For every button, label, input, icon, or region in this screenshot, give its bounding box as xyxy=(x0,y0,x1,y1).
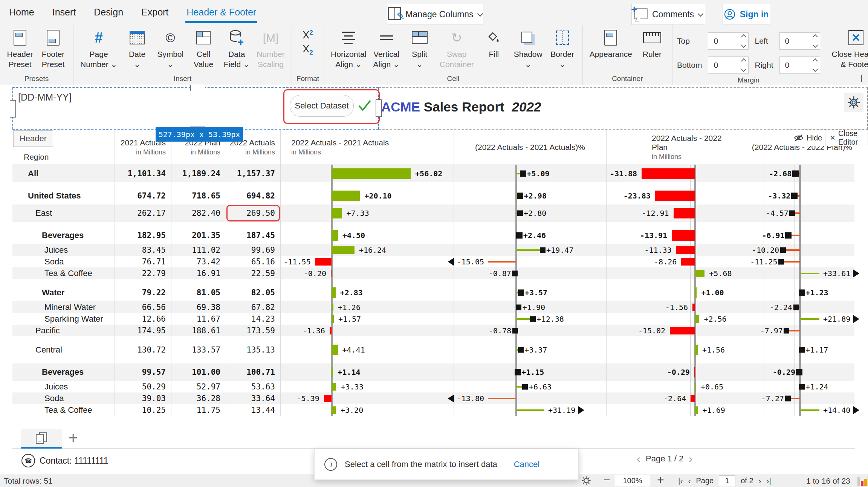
matrix-cell[interactable]: 262.17 xyxy=(115,205,171,222)
add-sheet-button[interactable]: + xyxy=(69,430,78,446)
matrix-cell[interactable] xyxy=(226,336,281,341)
prev-page-chevron[interactable]: ‹ xyxy=(637,453,640,464)
matrix-cell[interactable]: Soda xyxy=(12,392,115,404)
matrix-cell[interactable]: 67.82 xyxy=(226,301,281,313)
matrix-cell[interactable]: 14.23 xyxy=(226,313,281,325)
matrix-cell[interactable]: 79.22 xyxy=(115,284,171,301)
matrix-cell[interactable]: 674.72 xyxy=(115,187,171,205)
matrix-cell[interactable]: 282.40 xyxy=(171,205,226,222)
matrix-row-sparkling-water[interactable]: Sparkling Water12.6611.6714.23+1.57+12.3… xyxy=(12,313,854,325)
matrix-cell[interactable]: Pacific xyxy=(12,325,115,336)
margin-bottom-stepper[interactable]: 0 xyxy=(708,56,749,74)
matrix-cell[interactable] xyxy=(12,336,115,341)
matrix-cell[interactable]: 111.02 xyxy=(171,244,226,256)
page-number-button[interactable]: #PageNumber ⌄ xyxy=(78,27,119,70)
page-number-input[interactable]: 1 xyxy=(719,475,735,486)
matrix-cell[interactable]: Juices xyxy=(12,381,115,392)
matrix-cell[interactable] xyxy=(171,359,226,363)
matrix-row-central[interactable]: Central130.72133.57135.13+4.41+3.37+1.56… xyxy=(12,341,854,359)
matrix-cell[interactable]: 135.13 xyxy=(226,341,281,359)
matrix-cell[interactable] xyxy=(115,279,171,284)
footer-preset-button[interactable]: FooterPreset xyxy=(38,27,69,70)
matrix-cell[interactable]: 1,101.34 xyxy=(115,165,171,182)
cell-value-button[interactable]: CellValue xyxy=(188,27,219,70)
matrix-cell[interactable]: 11.75 xyxy=(171,404,226,416)
matrix-cell[interactable]: Water xyxy=(12,284,115,301)
matrix-cell[interactable]: 16.91 xyxy=(171,267,226,279)
matrix-row-beverages[interactable]: Beverages99.57101.00100.71+1.14+1.15-0.2… xyxy=(12,363,854,381)
matrix-cell[interactable]: 69.38 xyxy=(171,301,226,313)
matrix-cell[interactable] xyxy=(171,279,226,284)
subscript-button[interactable]: X2 xyxy=(303,44,313,56)
matrix-cell[interactable]: 12.66 xyxy=(115,313,171,325)
matrix-cell[interactable]: 1,157.37 xyxy=(226,165,281,182)
matrix-cell[interactable]: East xyxy=(12,205,115,222)
zoom-in-button[interactable]: + xyxy=(657,473,664,487)
matrix-cell[interactable]: 99.57 xyxy=(115,363,171,381)
ruler-button[interactable]: Ruler xyxy=(637,27,668,60)
matrix-cell[interactable]: 81.05 xyxy=(171,284,226,301)
matrix-cell[interactable] xyxy=(115,336,171,341)
matrix-cell[interactable]: 101.00 xyxy=(171,363,226,381)
matrix-cell[interactable]: Mineral Water xyxy=(12,301,115,313)
matrix-cell[interactable] xyxy=(171,336,226,341)
margin-top-stepper[interactable]: 0 xyxy=(708,32,749,50)
matrix-cell[interactable]: 33.64 xyxy=(226,392,281,404)
collapse-ribbon-button[interactable] xyxy=(861,75,862,82)
matrix-cell[interactable] xyxy=(171,182,226,187)
matrix-cell[interactable]: 133.57 xyxy=(171,341,226,359)
appearance-button[interactable]: Appearance xyxy=(587,27,634,60)
matrix-row-soda[interactable]: Soda39.0336.2833.64-5.39-13.80-2.64-7.27 xyxy=(12,392,854,404)
matrix-cell[interactable]: 100.71 xyxy=(226,363,281,381)
matrix-cell[interactable]: Juices xyxy=(12,244,115,256)
matrix-row-beverages[interactable]: Beverages182.95201.35187.45+4.50+2.46-13… xyxy=(12,227,854,244)
next-page-button[interactable]: › xyxy=(759,476,761,485)
matrix-row-tea-coffee[interactable]: Tea & Coffee10.2511.7513.44+3.20+31.19+1… xyxy=(12,404,854,416)
sign-in-button[interactable]: Sign in xyxy=(723,4,770,25)
matrix-cell[interactable] xyxy=(12,279,115,284)
prev-page-button[interactable]: ‹ xyxy=(688,476,691,485)
matrix-cell[interactable]: 201.35 xyxy=(171,227,226,244)
zoom-out-button[interactable]: − xyxy=(604,473,610,486)
matrix-cell[interactable]: 22.59 xyxy=(226,267,281,279)
matrix-cell[interactable] xyxy=(115,222,171,227)
matrix-cell[interactable]: 13.44 xyxy=(226,404,281,416)
matrix-cell[interactable]: 76.71 xyxy=(115,256,171,267)
matrix-cell[interactable] xyxy=(226,359,281,363)
stepper-down-icon[interactable] xyxy=(741,67,746,72)
resize-handle-right[interactable] xyxy=(376,99,382,117)
border-button[interactable]: Border⌄ xyxy=(547,27,578,70)
tab-design[interactable]: Design xyxy=(94,0,123,24)
date-placeholder-text[interactable]: [DD-MM-YY] xyxy=(18,92,72,103)
matrix-row-east[interactable]: East262.17282.40269.50+7.33+2.80-12.91-4… xyxy=(12,205,854,222)
matrix-cell[interactable] xyxy=(115,359,171,363)
matrix-cell[interactable]: 182.95 xyxy=(115,227,171,244)
matrix-cell[interactable] xyxy=(115,182,171,187)
matrix-row-tea-coffee[interactable]: Tea & Coffee22.7916.9122.59-0.20-0.87+5.… xyxy=(12,267,854,279)
matrix-cell[interactable]: 187.45 xyxy=(226,227,281,244)
matrix-row-all[interactable]: All1,101.341,189.241,157.37+56.02+5.09-3… xyxy=(12,165,854,182)
shadow-button[interactable]: Shadow⌄ xyxy=(512,27,545,70)
next-page-chevron[interactable]: › xyxy=(689,453,692,464)
last-page-button[interactable]: ›| xyxy=(767,476,771,485)
stepper-up-icon[interactable] xyxy=(812,34,818,40)
horizontal-align-button[interactable]: HorizontalAlign ⌄ xyxy=(329,27,369,70)
matrix-row-soda[interactable]: Soda76.7173.4265.16-11.55-15.05-8.26-11.… xyxy=(12,256,854,267)
matrix-cell[interactable]: 52.97 xyxy=(171,381,226,392)
tab-home[interactable]: Home xyxy=(9,0,34,24)
matrix-cell[interactable] xyxy=(171,222,226,227)
vertical-align-button[interactable]: VerticalAlign ⌄ xyxy=(371,27,402,70)
close-editor-button[interactable]: × Close Editor xyxy=(825,130,868,146)
tab-header-footer[interactable]: Header & Footer xyxy=(186,0,256,24)
matrix-cell[interactable]: Beverages xyxy=(12,363,115,381)
matrix-cell[interactable]: 173.59 xyxy=(226,325,281,336)
settings-gear-button[interactable] xyxy=(844,93,863,112)
matrix-cell[interactable]: United States xyxy=(12,187,115,205)
matrix-row-juices[interactable]: Juices83.45111.0299.69+16.24+19.47-11.33… xyxy=(12,244,854,256)
margin-right-stepper[interactable]: 0 xyxy=(779,56,820,74)
stepper-up-icon[interactable] xyxy=(812,58,818,64)
matrix-row-juices[interactable]: Juices50.2952.9753.63+3.33+6.63+0.65+1.2… xyxy=(12,381,854,392)
margin-left-stepper[interactable]: 0 xyxy=(779,32,820,50)
matrix-cell[interactable] xyxy=(226,222,281,227)
date-button[interactable]: Date⌄ xyxy=(122,27,153,70)
